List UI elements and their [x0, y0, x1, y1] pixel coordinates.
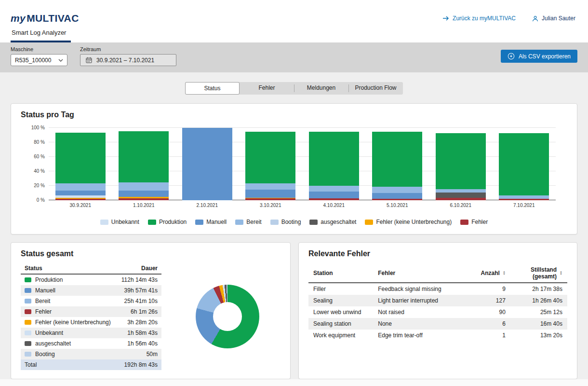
- status-swatch: [25, 341, 31, 346]
- period-label: Zeitraum: [80, 46, 176, 52]
- error-cell: Not raised: [373, 306, 471, 318]
- status-swatch: [25, 309, 31, 314]
- column-header-stillstand-gesamt: Stillstand (gesamt)▲▼: [510, 264, 567, 282]
- machine-select[interactable]: R535_100000: [11, 54, 67, 66]
- bar-column: [366, 128, 429, 200]
- bar-segment-bereit: [55, 183, 106, 191]
- error-cell: 16m 40s: [510, 318, 567, 330]
- errors-table-header: StationFehlerAnzahl▲▼Stillstand (gesamt)…: [308, 264, 567, 283]
- status-name: Booting: [35, 351, 55, 358]
- bar-segment-produktion: [372, 132, 422, 187]
- error-cell: 9: [471, 283, 510, 295]
- legend-swatch: [148, 220, 156, 225]
- stacked-bar: [436, 133, 486, 200]
- bar-segment-bereit: [119, 182, 169, 191]
- status-row-booting: Booting50m: [21, 349, 161, 359]
- error-row-work-equipment: Work equipmentEdge trim tear-off113m 20s: [308, 330, 567, 341]
- total-duration: 192h 8m 43s: [124, 361, 158, 368]
- error-cell: 127: [471, 295, 510, 306]
- filter-toolbar: Maschine R535_100000 Zeitraum 30.9.2021 …: [0, 42, 588, 72]
- status-label: ausgeschaltet: [25, 340, 71, 347]
- export-csv-button[interactable]: Als CSV exportieren: [501, 50, 577, 63]
- relevant-errors-card: Relevante Fehler StationFehlerAnzahl▲▼St…: [298, 242, 577, 379]
- legend-item-produktion: Produktion: [148, 219, 187, 225]
- legend-swatch: [195, 220, 203, 225]
- x-axis-label: 6.10.2021: [429, 203, 493, 208]
- bar-segment-bereit: [372, 187, 422, 193]
- error-row-filler: FillerFeedback signal missing92h 17m 38s: [308, 283, 567, 295]
- sort-icon[interactable]: ▲▼: [503, 271, 506, 276]
- status-swatch: [25, 299, 31, 303]
- mymultivac-logo[interactable]: myMULTIVAC: [11, 13, 79, 24]
- user-menu[interactable]: Julian Sauter: [532, 15, 575, 22]
- status-row-unbekannt: Unbekannt1h 58m 43s: [21, 328, 161, 338]
- error-cell: Feedback signal missing: [373, 283, 471, 295]
- legend-item-fehler_ku: Fehler (keine Unterbrechung): [365, 219, 452, 225]
- error-cell: Sealing: [308, 295, 373, 306]
- legend-label: Bereit: [246, 219, 261, 225]
- view-tabbar: StatusFehlerMeldungenProduction Flow: [185, 82, 403, 95]
- bar-segment-fehler: [372, 199, 422, 200]
- legend-swatch: [270, 220, 279, 225]
- error-cell: Edge trim tear-off: [373, 330, 471, 341]
- tab-meldungen[interactable]: Meldungen: [294, 82, 348, 95]
- bar-column: [175, 128, 239, 200]
- x-axis-label: 7.10.2021: [493, 203, 556, 208]
- column-header-label: Stillstand (gesamt): [515, 266, 557, 280]
- legend-label: Fehler (keine Unterbrechung): [376, 219, 452, 225]
- stacked-bar: [119, 131, 169, 200]
- column-header-station: Station: [308, 264, 373, 282]
- column-header-label: Anzahl: [481, 270, 500, 276]
- back-to-mymultivac-link[interactable]: Zurück zu myMULTIVAC: [442, 15, 516, 22]
- logo-brand-text: MULTIVAC: [27, 13, 79, 24]
- bar-segment-bereit: [245, 183, 295, 190]
- tab-smart-log-analyzer[interactable]: Smart Log Analyzer: [11, 29, 71, 42]
- status-duration: 1h 58m 43s: [127, 330, 158, 336]
- bar-segment-produktion: [119, 131, 169, 183]
- bar-column: [302, 128, 366, 200]
- lower-cards-row: Status gesamt StatusDauerProduktion112h …: [11, 242, 577, 379]
- stacked-bar: [372, 132, 422, 201]
- period-value: 30.9.2021 – 7.10.2021: [96, 57, 154, 64]
- bar-segment-fehler: [436, 198, 486, 200]
- machine-field: Maschine R535_100000: [11, 46, 67, 66]
- tab-status[interactable]: Status: [185, 82, 240, 95]
- column-header-label: Station: [313, 270, 333, 276]
- legend-item-fehler: Fehler: [460, 219, 488, 225]
- error-cell: 1h 26m 40s: [510, 295, 567, 306]
- status-row-manuell: Manuell39h 57m 41s: [21, 285, 161, 296]
- bar-segment-produktion: [309, 132, 359, 186]
- y-axis-tick: 80 %: [24, 139, 45, 145]
- status-swatch: [25, 352, 31, 357]
- header-links: Zurück zu myMULTIVAC Julian Sauter: [442, 15, 575, 22]
- bar-segment-fehler: [499, 199, 549, 200]
- error-cell: Light barrier interrupted: [373, 295, 471, 306]
- bar-column: [493, 128, 556, 200]
- error-cell: Filler: [308, 283, 373, 295]
- status-name: Fehler: [35, 308, 52, 315]
- period-input[interactable]: 30.9.2021 – 7.10.2021: [80, 54, 176, 66]
- status-duration: 112h 14m 43s: [121, 276, 158, 283]
- x-axis-label: 3.10.2021: [239, 203, 303, 208]
- status-row-fehler_ku: Fehler (keine Unterbrechung)3h 28m 20s: [21, 317, 161, 328]
- period-field: Zeitraum 30.9.2021 – 7.10.2021: [80, 46, 176, 66]
- error-row-sealing-station: Sealing stationNone616m 40s: [308, 318, 567, 330]
- error-cell: 1: [471, 330, 510, 341]
- arrow-right-icon: [442, 16, 449, 21]
- tab-fehler[interactable]: Fehler: [240, 82, 294, 95]
- bar-segment-manuell: [55, 191, 106, 196]
- calendar-icon: [86, 57, 92, 63]
- y-axis-tick: 20 %: [24, 183, 45, 188]
- x-axis-label: 2.10.2021: [175, 203, 239, 208]
- error-cell: 25m 12s: [510, 306, 567, 318]
- legend-swatch: [365, 220, 373, 225]
- error-cell: 2h 17m 38s: [510, 283, 567, 295]
- x-axis-label: 4.10.2021: [302, 203, 366, 208]
- tab-production-flow[interactable]: Production Flow: [348, 82, 403, 95]
- sort-icon[interactable]: ▲▼: [560, 271, 562, 276]
- error-cell: Sealing station: [308, 318, 373, 330]
- bar-segment-produktion: [436, 133, 486, 189]
- legend-label: Produktion: [159, 219, 187, 225]
- error-cell: Lower web unwind: [308, 306, 373, 318]
- y-axis-tick: 40 %: [24, 168, 45, 174]
